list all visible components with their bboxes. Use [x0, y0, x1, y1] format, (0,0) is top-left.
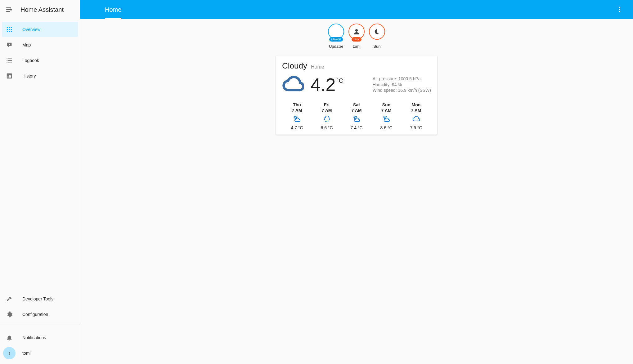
badge-circle: UNK [348, 24, 365, 40]
menu-collapse-icon[interactable] [6, 6, 13, 13]
forecast-icon [293, 115, 301, 123]
weather-details: Air pressure: 1000.5 hPa Humidity: 94 % … [373, 76, 431, 94]
list-icon [6, 57, 13, 64]
forecast-day-name: Sun [382, 102, 390, 107]
nav-primary: Overview Map Logbook History [0, 19, 80, 84]
badge-circle: UNAVAI [328, 24, 344, 40]
forecast-day-time: 7 AM [381, 108, 392, 113]
forecast-day-time: 7 AM [322, 108, 332, 113]
weather-current: 4.2°C Air pressure: 1000.5 hPa Humidity:… [282, 74, 431, 95]
forecast-day: Mon 7 AM 7.9 °C [401, 102, 431, 130]
weather-pressure: Air pressure: 1000.5 hPa [373, 76, 431, 82]
sidebar-item-label: Configuration [22, 312, 48, 317]
content: UNAVAI Updater UNK tomi Sun Cloud [80, 19, 633, 364]
weather-temperature-value: 4.2 [311, 74, 336, 95]
forecast-day: Sat 7 AM 7.4 °C [342, 102, 371, 130]
forecast-day: Thu 7 AM 4.7 °C [282, 102, 312, 130]
hammer-icon [6, 295, 13, 303]
view-tab-home[interactable]: Home [105, 6, 121, 19]
grid-icon [6, 26, 13, 33]
weather-card-header: Cloudy Home [282, 61, 431, 71]
forecast-temp: 7.9 °C [410, 125, 422, 130]
sidebar-item-label: Overview [22, 27, 40, 32]
sidebar-item-logbook[interactable]: Logbook [2, 53, 78, 68]
badge-circle [369, 24, 385, 40]
bell-icon [6, 334, 13, 341]
user-name: tomi [22, 351, 30, 356]
weather-humidity: Humidity: 94 % [373, 82, 431, 88]
forecast-temp: 7.4 °C [350, 125, 362, 130]
divider [0, 325, 80, 325]
forecast-icon [353, 115, 360, 123]
badge-pill: UNAVAI [329, 37, 343, 42]
gear-icon [6, 311, 13, 318]
sidebar-item-label: Logbook [22, 58, 39, 63]
badge-updater[interactable]: UNAVAI Updater [328, 24, 344, 49]
weather-temperature-unit: °C [336, 77, 343, 84]
forecast-temp: 4.7 °C [291, 125, 303, 130]
badge-label: tomi [353, 44, 361, 49]
weather-location: Home [311, 64, 324, 70]
forecast-day: Sun 7 AM 8.6 °C [371, 102, 401, 130]
sidebar-item-label: History [22, 73, 36, 78]
forecast-icon [412, 115, 420, 123]
forecast-day-time: 7 AM [411, 108, 421, 113]
badge-sun[interactable]: Sun [369, 24, 385, 49]
sidebar-item-label: Notifications [22, 335, 46, 340]
weather-card[interactable]: Cloudy Home 4.2°C Air pressure: 1000.5 h… [276, 55, 437, 135]
forecast-day-name: Fri [324, 102, 330, 107]
avatar: t [3, 347, 16, 359]
sidebar-item-overview[interactable]: Overview [2, 22, 78, 37]
topbar: Home [80, 0, 633, 19]
badge-row: UNAVAI Updater UNK tomi Sun [328, 24, 385, 49]
forecast-day-time: 7 AM [352, 108, 362, 113]
sidebar-item-developer-tools[interactable]: Developer Tools [2, 291, 78, 307]
forecast-day-name: Sat [353, 102, 360, 107]
moon-icon [374, 28, 380, 35]
badge-pill: UNK [352, 37, 361, 42]
weather-forecast: Thu 7 AM 4.7 °C Fri 7 AM 6.6 °C Sat 7 AM… [282, 100, 431, 130]
sidebar: Home Assistant Overview Map Logbook Hist… [0, 0, 80, 364]
sidebar-item-configuration[interactable]: Configuration [2, 307, 78, 322]
forecast-temp: 6.6 °C [321, 125, 333, 130]
forecast-day-name: Mon [412, 102, 421, 107]
app-title: Home Assistant [20, 6, 64, 13]
sidebar-item-history[interactable]: History [2, 68, 78, 84]
forecast-day-time: 7 AM [292, 108, 302, 113]
main: Home UNAVAI Updater UNK tomi [80, 0, 633, 364]
nav-tools: Developer Tools Configuration [0, 289, 80, 322]
badge-label: Sun [373, 44, 380, 49]
sidebar-footer: Notifications t tomi [0, 327, 80, 364]
sidebar-item-label: Developer Tools [22, 296, 53, 301]
sidebar-item-notifications[interactable]: Notifications [2, 330, 78, 345]
forecast-icon [383, 115, 390, 123]
sidebar-header: Home Assistant [0, 0, 80, 19]
forecast-day-name: Thu [293, 102, 301, 107]
cloud-icon [282, 74, 304, 95]
sidebar-item-label: Map [22, 42, 31, 47]
overflow-menu-button[interactable] [614, 4, 626, 16]
sidebar-item-map[interactable]: Map [2, 37, 78, 53]
forecast-temp: 8.6 °C [380, 125, 392, 130]
map-icon [6, 41, 13, 49]
weather-temperature: 4.2°C [311, 76, 343, 94]
forecast-icon [323, 115, 330, 123]
weather-condition: Cloudy [282, 61, 307, 71]
badge-user[interactable]: UNK tomi [348, 24, 365, 49]
forecast-day: Fri 7 AM 6.6 °C [312, 102, 342, 130]
chart-icon [6, 72, 13, 80]
person-icon [353, 28, 360, 35]
badge-label: Updater [329, 44, 343, 49]
sidebar-item-user[interactable]: t tomi [2, 345, 78, 361]
weather-wind: Wind speed: 16.9 km/h (SSW) [373, 87, 431, 93]
